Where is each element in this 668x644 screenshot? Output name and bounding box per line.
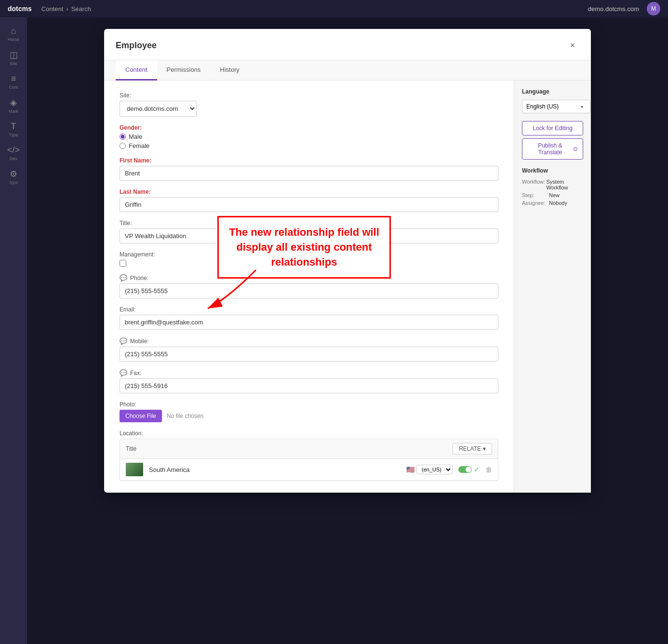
modal-overlay: Employee × Content Permissions History S…: [27, 17, 668, 644]
avatar[interactable]: M: [647, 2, 660, 15]
mobile-label-row: 💬 Mobile:: [120, 337, 498, 345]
site-icon: ◫: [10, 50, 18, 60]
sidebar: ⌂ Home ◫ Site ≡ Cont ◈ Mark T Type </> D…: [0, 17, 27, 644]
title-label: Title:: [120, 220, 498, 227]
top-navbar: dotcms Content › Search demo.dotcms.com …: [0, 0, 668, 17]
form-area: Site: demo.dotcms.com Gender: Male: [104, 80, 514, 493]
location-section: Location: Title RELATE ▾: [120, 430, 498, 481]
last-name-field-group: Last Name:: [120, 188, 498, 212]
workflow-name-row: Workflow: System Workflow: [522, 179, 583, 190]
sidebar-item-marketing[interactable]: ◈ Mark: [0, 94, 27, 117]
phone-input[interactable]: [120, 283, 498, 298]
site-field-group: Site: demo.dotcms.com: [120, 92, 498, 117]
modal-title: Employee: [116, 40, 157, 58]
breadcrumb-separator: ›: [66, 5, 68, 13]
management-checkbox-group: [120, 260, 498, 267]
language-select-wrapper: English (US) ▾: [522, 100, 583, 113]
check-icon: ✓: [474, 466, 480, 473]
modal-body: Site: demo.dotcms.com Gender: Male: [104, 80, 591, 493]
sidebar-item-dev-label: Dev: [10, 156, 17, 161]
flag-icon: 🇺🇸: [406, 466, 414, 473]
step-label: Step:: [522, 192, 549, 198]
logo: dotcms: [8, 5, 32, 13]
sidebar-item-dev[interactable]: </> Dev: [0, 142, 27, 164]
fax-label: Fax:: [130, 370, 141, 376]
last-name-label: Last Name:: [120, 188, 498, 195]
modal-header: Employee ×: [104, 29, 591, 60]
language-select[interactable]: English (US): [522, 100, 590, 113]
close-button[interactable]: ×: [566, 39, 579, 52]
gender-female-option[interactable]: Female: [120, 142, 498, 149]
tab-bar: Content Permissions History: [104, 60, 591, 80]
mobile-label: Mobile:: [130, 338, 149, 345]
fax-label-row: 💬 Fax:: [120, 369, 498, 376]
title-field-group: Title:: [120, 220, 498, 243]
gender-male-option[interactable]: Male: [120, 133, 498, 140]
sidebar-item-content[interactable]: ≡ Cont: [0, 71, 27, 93]
title-input[interactable]: [120, 228, 498, 243]
sidebar-item-content-label: Cont: [9, 85, 18, 90]
assignee-value: Nobody: [549, 200, 567, 206]
step-value: New: [549, 192, 560, 198]
sidebar-item-system-label: Syst: [9, 180, 18, 185]
phone-label-row: 💬 Phone:: [120, 274, 498, 282]
location-table: Title RELATE ▾ South America: [120, 439, 498, 481]
side-panel: Language English (US) ▾ Lock for Editing…: [514, 80, 591, 493]
workflow-step-row: Step: New: [522, 192, 583, 198]
location-thumbnail-img: [126, 463, 143, 476]
email-label: Email:: [120, 306, 498, 313]
breadcrumb-content: Content: [41, 5, 64, 13]
lock-for-editing-button[interactable]: Lock for Editing: [522, 121, 583, 135]
mobile-icon: 💬: [120, 337, 127, 345]
tab-content[interactable]: Content: [116, 60, 157, 80]
workflow-section-label: Workflow: [522, 167, 583, 174]
sidebar-item-types[interactable]: T Type: [0, 119, 27, 140]
choose-file-button[interactable]: Choose File: [120, 410, 162, 422]
relate-button-label: RELATE: [459, 445, 481, 452]
gender-female-radio[interactable]: [120, 143, 126, 149]
phone-field-group: 💬 Phone:: [120, 274, 498, 298]
tab-history[interactable]: History: [210, 60, 249, 80]
table-row: South America 🇺🇸 (en_US): [120, 459, 498, 481]
sidebar-item-site[interactable]: ◫ Site: [0, 47, 27, 69]
location-table-header: Title RELATE ▾: [120, 439, 498, 459]
sidebar-item-home-label: Home: [8, 37, 19, 42]
fax-input[interactable]: [120, 378, 498, 393]
first-name-input[interactable]: [120, 166, 498, 181]
system-icon: ⚙: [10, 169, 17, 179]
mobile-input[interactable]: [120, 347, 498, 362]
last-name-input[interactable]: [120, 197, 498, 212]
phone-icon: 💬: [120, 274, 127, 282]
delete-row-button[interactable]: 🗑: [485, 466, 492, 473]
site-select-row: demo.dotcms.com: [120, 101, 498, 117]
management-checkbox[interactable]: [120, 260, 126, 267]
email-field-group: Email:: [120, 306, 498, 330]
location-lang: 🇺🇸 (en_US): [406, 465, 453, 474]
management-field-group: Management:: [120, 251, 498, 267]
location-name: South America: [149, 466, 401, 473]
no-file-label: No file chosen: [167, 413, 203, 419]
status-toggle[interactable]: ✓: [458, 466, 480, 473]
tab-permissions[interactable]: Permissions: [157, 60, 211, 80]
gender-male-label: Male: [129, 133, 142, 140]
management-label: Management:: [120, 251, 498, 258]
phone-label: Phone:: [130, 275, 148, 282]
site-select[interactable]: demo.dotcms.com: [120, 101, 197, 117]
location-thumbnail: [126, 463, 143, 476]
marketing-icon: ◈: [10, 97, 17, 108]
toggle-track[interactable]: [458, 466, 472, 473]
content-icon: ≡: [11, 74, 16, 84]
site-label: Site:: [120, 92, 498, 99]
relate-button[interactable]: RELATE ▾: [453, 443, 492, 455]
publish-translate-button[interactable]: Publish & Translate ⊙: [522, 138, 583, 160]
breadcrumb: Content › Search: [41, 5, 91, 13]
sidebar-item-system[interactable]: ⚙ Syst: [0, 166, 27, 188]
employee-modal: Employee × Content Permissions History S…: [104, 29, 591, 493]
fax-icon: 💬: [120, 369, 127, 376]
lang-dropdown[interactable]: (en_US): [416, 465, 453, 474]
email-input[interactable]: [120, 315, 498, 330]
dev-icon: </>: [7, 145, 20, 155]
gender-male-radio[interactable]: [120, 134, 126, 140]
sidebar-item-home[interactable]: ⌂ Home: [0, 23, 27, 45]
publish-translate-icon: ⊙: [573, 146, 578, 152]
